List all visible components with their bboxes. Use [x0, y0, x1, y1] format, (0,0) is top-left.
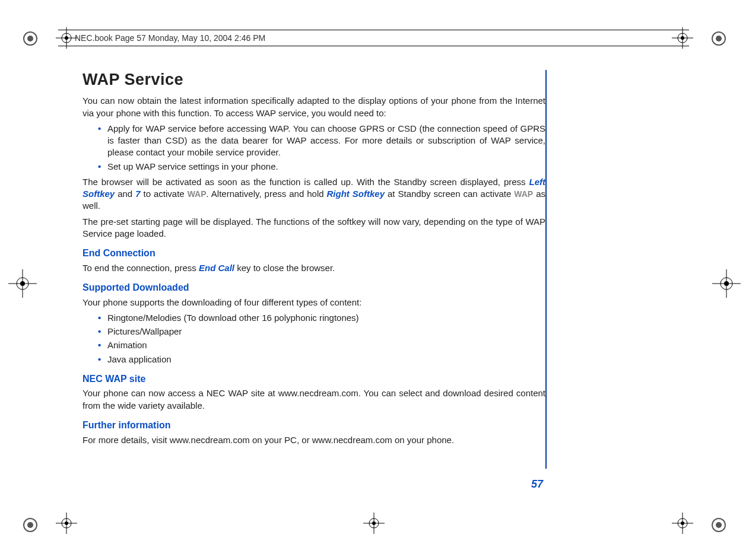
reg-target-icon	[672, 27, 693, 49]
supported-list: Ringtone/Melodies (To download other 16 …	[82, 312, 545, 365]
side-rule	[545, 70, 547, 469]
list-item: Java application	[107, 354, 545, 365]
svg-point-11	[20, 281, 25, 286]
paragraph-end-connection: To end the connection, press End Call ke…	[82, 262, 545, 274]
reg-target-icon	[56, 513, 77, 534]
key-right-softkey: Right Softkey	[327, 189, 385, 199]
text: To end the connection, press	[82, 263, 199, 273]
page-number: 57	[531, 478, 543, 491]
reg-target-icon	[672, 513, 693, 534]
heading-supported: Supported Downloaded	[82, 281, 545, 294]
key-end-call: End Call	[199, 263, 234, 273]
list-item: Pictures/Wallpaper	[107, 326, 545, 338]
heading-further: Further information	[82, 419, 545, 432]
reg-target-icon	[56, 27, 77, 49]
svg-point-5	[27, 522, 33, 528]
crop-mark-icon	[710, 516, 728, 534]
svg-point-23	[681, 36, 684, 40]
menu-wap: WAP	[188, 189, 207, 199]
crop-mark-icon	[21, 30, 39, 47]
text: The browser will be activated as soon as…	[82, 177, 529, 187]
heading-end-connection: End Connection	[82, 247, 545, 260]
text: to activate	[141, 189, 188, 199]
paragraph-supported: Your phone supports the downloading of f…	[82, 297, 545, 308]
intro-list: Apply for WAP service before accessing W…	[82, 123, 545, 173]
svg-point-7	[716, 522, 722, 528]
reg-target-icon	[8, 269, 37, 298]
svg-point-3	[716, 36, 722, 42]
paragraph-nec-wap: Your phone can now access a NEC WAP site…	[82, 387, 545, 412]
crop-mark-icon	[21, 516, 39, 534]
crop-mark-icon	[710, 30, 728, 47]
running-header: NEC.book Page 57 Monday, May 10, 2004 2:…	[75, 33, 265, 43]
text: at Standby screen can activate	[385, 189, 514, 199]
intro-paragraph: You can now obtain the latest informatio…	[82, 95, 545, 119]
paragraph-activation: The browser will be activated as soon as…	[82, 176, 545, 212]
text: and	[115, 189, 135, 199]
svg-point-15	[724, 281, 729, 286]
page-content: WAP Service You can now obtain the lates…	[82, 69, 545, 450]
text: . Alternatively, press and hold	[207, 189, 327, 199]
paragraph-preset: The pre-set starting page will be displa…	[82, 216, 545, 240]
page-title: WAP Service	[82, 69, 545, 90]
svg-point-35	[681, 521, 684, 525]
list-item: Set up WAP service settings in your phon…	[107, 161, 545, 173]
svg-point-31	[372, 521, 376, 525]
reg-target-icon	[363, 513, 385, 534]
paragraph-further: For more details, visit www.necdream.com…	[82, 434, 545, 446]
list-item: Ringtone/Melodies (To download other 16 …	[107, 312, 545, 324]
menu-wap: WAP	[514, 189, 533, 199]
svg-point-1	[27, 36, 33, 42]
svg-point-27	[65, 521, 68, 525]
svg-point-19	[65, 36, 68, 40]
text: key to close the browser.	[234, 263, 335, 273]
list-item: Animation	[107, 339, 545, 351]
reg-target-icon	[712, 269, 741, 298]
list-item: Apply for WAP service before accessing W…	[107, 123, 545, 159]
heading-nec-wap: NEC WAP site	[82, 373, 545, 386]
key-7: 7	[135, 189, 140, 199]
